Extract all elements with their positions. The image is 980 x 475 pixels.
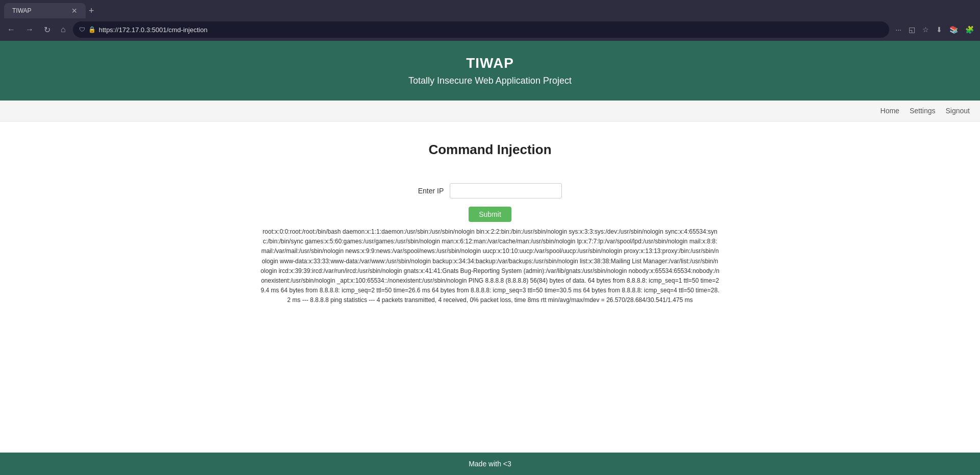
tab-title: TIWAP [12, 7, 32, 14]
page-heading: Command Injection [428, 142, 551, 158]
site-title: TIWAP [10, 55, 970, 71]
browser-chrome: TIWAP ✕ + ← → ↻ ⌂ 🛡 🔒 ··· ◱ ☆ ⬇ 📚 🧩 [0, 0, 980, 41]
main-content: Command Injection Enter IP Submit root:x… [0, 121, 980, 453]
tab-close-icon[interactable]: ✕ [71, 7, 78, 15]
lock-icon: 🔒 [88, 26, 96, 33]
home-button[interactable]: ⌂ [58, 23, 69, 36]
toolbar-right: ··· ◱ ☆ ⬇ 📚 🧩 [893, 23, 976, 36]
more-options-icon[interactable]: ··· [893, 23, 904, 36]
site-header: TIWAP Totally Insecure Web Application P… [0, 41, 980, 101]
submit-button[interactable]: Submit [469, 207, 511, 222]
site-subtitle: Totally Insecure Web Application Project [10, 76, 970, 86]
ip-label: Enter IP [418, 187, 444, 195]
star-icon[interactable]: ☆ [920, 23, 931, 36]
output-area: root:x:0:0:root:/root:/bin/bash daemon:x… [261, 227, 719, 306]
bookmarks-icon[interactable]: 📚 [947, 23, 960, 36]
reload-button[interactable]: ↻ [41, 23, 54, 37]
nav-signout[interactable]: Signout [946, 107, 970, 115]
ip-input[interactable] [450, 183, 562, 198]
download-icon[interactable]: ⬇ [934, 23, 944, 36]
address-bar-input[interactable] [99, 26, 884, 34]
ip-form-group: Enter IP [418, 183, 562, 198]
nav-settings[interactable]: Settings [910, 107, 936, 115]
tab-bar: TIWAP ✕ + [0, 0, 980, 18]
footer-text: Made with <3 [469, 460, 511, 468]
nav-bar: Home Settings Signout [0, 101, 980, 121]
nav-home[interactable]: Home [881, 107, 899, 115]
page-wrapper: TIWAP Totally Insecure Web Application P… [0, 41, 980, 475]
new-tab-button[interactable]: + [89, 6, 94, 16]
site-footer: Made with <3 [0, 453, 980, 475]
address-bar-container: 🛡 🔒 [73, 21, 890, 38]
shield-icon: 🛡 [79, 26, 85, 33]
browser-toolbar: ← → ↻ ⌂ 🛡 🔒 ··· ◱ ☆ ⬇ 📚 🧩 [0, 18, 980, 41]
pocket-icon[interactable]: ◱ [907, 23, 917, 36]
extensions-icon[interactable]: 🧩 [963, 23, 976, 36]
forward-button[interactable]: → [22, 23, 37, 36]
browser-tab[interactable]: TIWAP ✕ [4, 3, 86, 18]
back-button[interactable]: ← [4, 23, 18, 36]
